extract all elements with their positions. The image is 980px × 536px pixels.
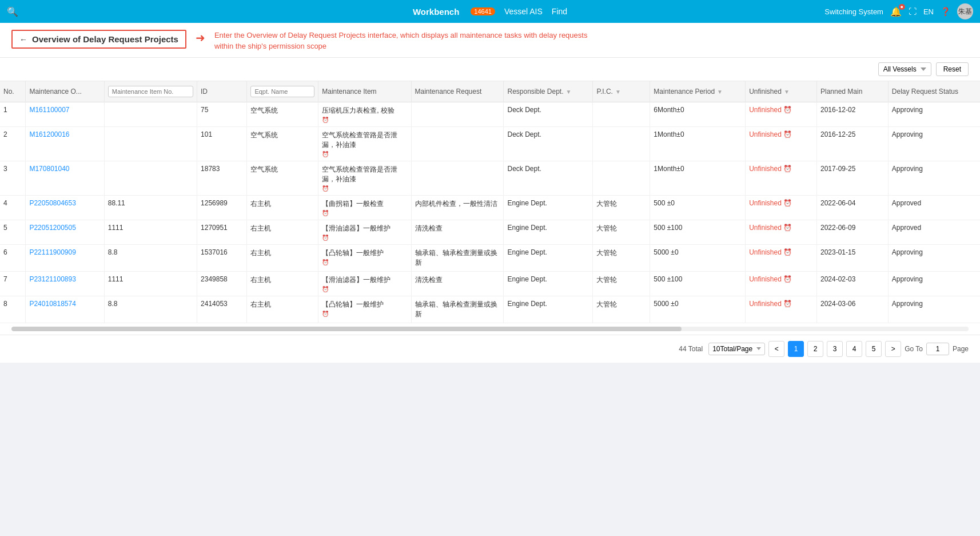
cell-eqpt-name: 右主机 xyxy=(247,244,318,271)
table-row: 6 P22111900909 8.8 1537016 右主机 【凸轮轴】一般维护… xyxy=(0,244,980,271)
cell-responsible-dept: Deck Dept. xyxy=(504,102,593,126)
help-icon[interactable]: ❓ xyxy=(941,7,950,16)
prev-page-button[interactable]: < xyxy=(768,341,784,357)
page-header: ← Overview of Delay Request Projects ➜ E… xyxy=(0,23,980,58)
col-unfinished: Unfinished▼ xyxy=(746,81,817,102)
cell-eqpt-name: 右主机 xyxy=(247,195,318,220)
table-row: 2 M161200016 101 空气系统 空气系统检查管路是否泄漏，补油漆⏰ … xyxy=(0,126,980,161)
cell-pic xyxy=(593,102,650,126)
cell-maintenance-item: 空气系统检查管路是否泄漏，补油漆⏰ xyxy=(318,161,411,195)
cell-item-no: 88.11 xyxy=(104,195,197,220)
cell-maintenance-request xyxy=(411,102,504,126)
cell-unfinished: Unfinished ⏰ xyxy=(746,161,817,195)
cell-id: 1270951 xyxy=(197,220,247,244)
col-maintenance-order: Maintenance O... xyxy=(26,81,104,102)
item-no-filter[interactable] xyxy=(108,86,193,97)
page-description: Enter the Overview of Delay Request Proj… xyxy=(214,30,587,50)
cell-no: 3 xyxy=(0,161,26,195)
cell-unfinished: Unfinished ⏰ xyxy=(746,220,817,244)
fullscreen-icon[interactable]: ⛶ xyxy=(909,7,917,16)
switching-system-label[interactable]: Switching System xyxy=(824,7,883,16)
back-button[interactable]: ← xyxy=(19,35,27,44)
pagination: 44 Total 10Total/Page < 1 2 3 4 5 > Go T… xyxy=(0,335,980,363)
cell-maintenance-order[interactable]: P23121100893 xyxy=(26,271,104,296)
cell-pic: 大管轮 xyxy=(593,296,650,323)
cell-maintenance-request: 内部机件检查，一般性清洁 xyxy=(411,195,504,220)
cell-item-no: 8.8 xyxy=(104,244,197,271)
cell-id: 18783 xyxy=(197,161,247,195)
cell-responsible-dept: Deck Dept. xyxy=(504,161,593,195)
col-planned-main: Planned Main xyxy=(817,81,889,102)
page-2-button[interactable]: 2 xyxy=(807,341,823,357)
page-size-select[interactable]: 10Total/Page xyxy=(708,343,765,355)
find-link[interactable]: Find xyxy=(552,7,567,16)
table-row: 4 P22050804653 88.11 1256989 右主机 【曲拐箱】一般… xyxy=(0,195,980,220)
cell-maintenance-item: 【滑油滤器】一般维护⏰ xyxy=(318,271,411,296)
cell-responsible-dept: Deck Dept. xyxy=(504,126,593,161)
next-page-button[interactable]: > xyxy=(885,341,901,357)
cell-unfinished: Unfinished ⏰ xyxy=(746,244,817,271)
toolbar: All Vessels Reset xyxy=(0,58,980,81)
eqpt-name-filter[interactable] xyxy=(250,86,314,97)
cell-maintenance-item: 压缩机压力表检查, 校验⏰ xyxy=(318,102,411,126)
cell-maintenance-order[interactable]: P22051200505 xyxy=(26,220,104,244)
cell-id: 2349858 xyxy=(197,271,247,296)
cell-id: 1256989 xyxy=(197,195,247,220)
cell-maintenance-order[interactable]: M170801040 xyxy=(26,161,104,195)
vessel-ais-link[interactable]: Vessel AIS xyxy=(504,7,543,16)
avatar[interactable]: 朱基 xyxy=(957,3,973,19)
cell-planned-main: 2022-06-09 xyxy=(817,220,889,244)
cell-item-no: 1111 xyxy=(104,271,197,296)
cell-delay-status: Approved xyxy=(888,195,980,220)
workbench-label[interactable]: Workbench xyxy=(413,7,459,17)
cell-maintenance-period: 5000 ±0 xyxy=(650,296,746,323)
cell-eqpt-name: 右主机 xyxy=(247,296,318,323)
cell-planned-main: 2022-06-04 xyxy=(817,195,889,220)
cell-no: 4 xyxy=(0,195,26,220)
table-row: 3 M170801040 18783 空气系统 空气系统检查管路是否泄漏，补油漆… xyxy=(0,161,980,195)
cell-unfinished: Unfinished ⏰ xyxy=(746,195,817,220)
reset-button[interactable]: Reset xyxy=(936,62,969,76)
search-icon[interactable]: 🔍 xyxy=(7,6,18,17)
page-label: Page xyxy=(953,345,969,353)
cell-maintenance-period: 6Month±0 xyxy=(650,102,746,126)
col-delay-status: Delay Request Status xyxy=(888,81,980,102)
cell-maintenance-period: 500 ±100 xyxy=(650,271,746,296)
cell-maintenance-item: 【凸轮轴】一般维护⏰ xyxy=(318,296,411,323)
cell-pic: 大管轮 xyxy=(593,220,650,244)
cell-maintenance-order[interactable]: P24010818574 xyxy=(26,296,104,323)
cell-delay-status: Approved xyxy=(888,220,980,244)
cell-item-no xyxy=(104,102,197,126)
table-row: 1 M161100007 75 空气系统 压缩机压力表检查, 校验⏰ Deck … xyxy=(0,102,980,126)
cell-maintenance-order[interactable]: P22111900909 xyxy=(26,244,104,271)
cell-maintenance-order[interactable]: M161200016 xyxy=(26,126,104,161)
cell-maintenance-item: 【凸轮轴】一般维护⏰ xyxy=(318,244,411,271)
col-maintenance-request: Maintenance Request xyxy=(411,81,504,102)
cell-maintenance-order[interactable]: P22050804653 xyxy=(26,195,104,220)
cell-delay-status: Approving xyxy=(888,102,980,126)
cell-delay-status: Approving xyxy=(888,126,980,161)
cell-no: 8 xyxy=(0,296,26,323)
cell-maintenance-request: 轴承箱、轴承检查测量或换新 xyxy=(411,244,504,271)
page-4-button[interactable]: 4 xyxy=(846,341,862,357)
vessel-select[interactable]: All Vessels xyxy=(878,62,931,76)
col-eqpt-name xyxy=(247,81,318,102)
table-row: 7 P23121100893 1111 2349858 右主机 【滑油滤器】一般… xyxy=(0,271,980,296)
cell-id: 1537016 xyxy=(197,244,247,271)
bell-icon[interactable]: 🔔● xyxy=(890,6,902,17)
cell-maintenance-order[interactable]: M161100007 xyxy=(26,102,104,126)
cell-pic: 大管轮 xyxy=(593,271,650,296)
goto-input[interactable] xyxy=(926,343,949,355)
page-5-button[interactable]: 5 xyxy=(866,341,882,357)
cell-eqpt-name: 空气系统 xyxy=(247,161,318,195)
cell-delay-status: Approving xyxy=(888,296,980,323)
cell-maintenance-period: 500 ±0 xyxy=(650,195,746,220)
cell-eqpt-name: 空气系统 xyxy=(247,126,318,161)
cell-unfinished: Unfinished ⏰ xyxy=(746,126,817,161)
cell-id: 101 xyxy=(197,126,247,161)
page-3-button[interactable]: 3 xyxy=(827,341,843,357)
page-1-button[interactable]: 1 xyxy=(788,341,804,357)
col-responsible-dept: Responsible Dept.▼ xyxy=(504,81,593,102)
lang-label[interactable]: EN xyxy=(923,7,934,16)
total-label: 44 Total xyxy=(679,345,703,353)
